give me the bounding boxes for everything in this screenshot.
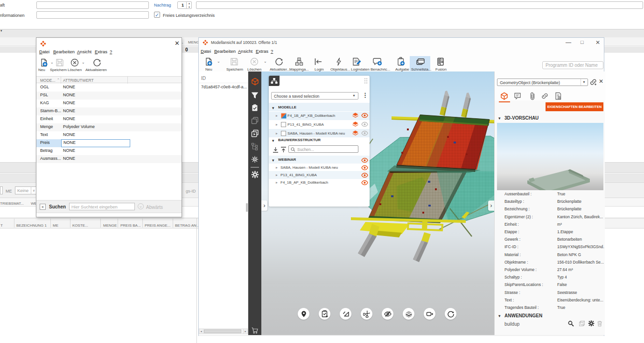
svg-text:≡: ≡: [254, 143, 256, 145]
